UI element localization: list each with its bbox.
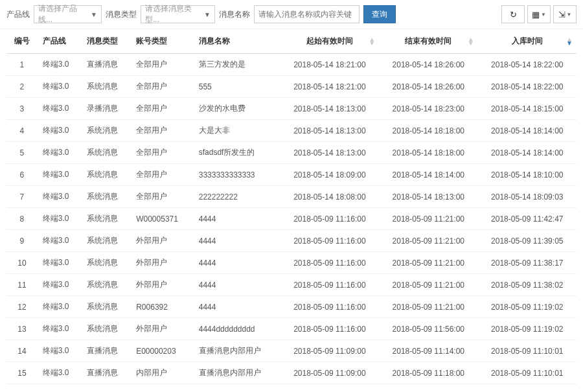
cell-product-line: 终端3.0 <box>38 120 82 142</box>
cell-message-type: 系统消息 <box>82 186 131 208</box>
table-row[interactable]: 1终端3.0直播消息全部用户第三方发的是2018-05-14 18:21:002… <box>6 54 577 76</box>
cell-message-name: 沙发的水电费 <box>194 98 280 120</box>
cell-start-time: 2018-05-14 18:13:00 <box>280 120 379 142</box>
cell-account-type: 全部用户 <box>131 76 194 98</box>
cell-index: 12 <box>6 296 38 318</box>
message-name-input[interactable] <box>254 5 360 23</box>
table-row[interactable]: 14终端3.0直播消息E00000203直播消息内部用户2018-05-09 1… <box>6 340 577 362</box>
cell-account-type: R006392 <box>131 296 194 318</box>
product-line-select[interactable]: 请选择产品线... ▼ <box>34 5 102 23</box>
cell-end-time: 2018-05-09 11:14:00 <box>379 340 477 362</box>
message-type-placeholder: 请选择消息类型... <box>145 3 201 25</box>
table-row[interactable]: 11终端3.0系统消息外部用户44442018-05-09 11:16:0020… <box>6 274 577 296</box>
col-product-line[interactable]: 产品线 <box>38 29 82 54</box>
refresh-button[interactable]: ↻ <box>501 5 525 23</box>
cell-end-time: 2018-05-09 11:56:00 <box>379 318 477 340</box>
cell-start-time: 2018-05-09 11:09:00 <box>280 340 379 362</box>
cell-end-time: 2018-05-09 11:18:00 <box>379 362 477 384</box>
cell-message-name: 4444 <box>194 208 280 230</box>
cell-end-time: 2018-05-14 18:13:00 <box>379 186 477 208</box>
cell-end-time: 2018-05-09 11:21:00 <box>379 230 477 252</box>
col-start-time-label: 起始有效时间 <box>306 36 353 45</box>
cell-index: 3 <box>6 98 38 120</box>
cell-end-time: 2018-05-14 18:18:00 <box>379 120 477 142</box>
chevron-down-icon: ▼ <box>204 11 211 18</box>
cell-message-type: 直播消息 <box>82 362 131 384</box>
table-row[interactable]: 12终端3.0系统消息R00639244442018-05-09 11:16:0… <box>6 296 577 318</box>
col-message-type[interactable]: 消息类型 <box>82 29 131 54</box>
refresh-icon: ↻ <box>510 10 517 19</box>
cell-start-time: 2018-05-14 18:09:00 <box>280 164 379 186</box>
cell-product-line: 终端3.0 <box>38 296 82 318</box>
table-row[interactable]: 6终端3.0系统消息全部用户33333333333332018-05-14 18… <box>6 164 577 186</box>
cell-message-name: 4444 <box>194 252 280 274</box>
cell-product-line: 终端3.0 <box>38 164 82 186</box>
table-header: 编号 产品线 消息类型 账号类型 消息名称 起始有效时间▲▼ 结束有效时间▲▼ … <box>6 29 577 54</box>
query-button[interactable]: 查询 <box>363 5 396 23</box>
table-row[interactable]: 8终端3.0系统消息W0000537144442018-05-09 11:16:… <box>6 208 577 230</box>
header-row: 编号 产品线 消息类型 账号类型 消息名称 起始有效时间▲▼ 结束有效时间▲▼ … <box>6 29 577 54</box>
cell-index: 15 <box>6 362 38 384</box>
chevron-down-icon: ▼ <box>567 12 572 17</box>
cell-end-time: 2018-05-09 11:21:00 <box>379 296 477 318</box>
cell-message-name: 4444ddddddddd <box>194 318 280 340</box>
col-start-time[interactable]: 起始有效时间▲▼ <box>280 29 379 54</box>
cell-store-time: 2018-05-09 11:42:47 <box>478 208 577 230</box>
col-store-time-label: 入库时间 <box>512 36 543 45</box>
table-row[interactable]: 2终端3.0系统消息全部用户5552018-05-14 18:21:002018… <box>6 76 577 98</box>
message-type-select[interactable]: 请选择消息类型... ▼ <box>141 5 215 23</box>
chevron-down-icon: ▼ <box>91 11 97 18</box>
cell-store-time: 2018-05-09 11:39:05 <box>478 230 577 252</box>
cell-end-time: 2018-05-14 18:18:00 <box>379 142 477 164</box>
cell-account-type: 全部用户 <box>131 142 194 164</box>
col-message-name[interactable]: 消息名称 <box>194 29 280 54</box>
cell-store-time: 2018-05-09 11:10:01 <box>478 340 577 362</box>
table-row[interactable]: 10终端3.0系统消息外部用户44442018-05-09 11:16:0020… <box>6 252 577 274</box>
table-row[interactable]: 9终端3.0系统消息外部用户44442018-05-09 11:16:00201… <box>6 230 577 252</box>
col-end-time[interactable]: 结束有效时间▲▼ <box>379 29 477 54</box>
table-row[interactable]: 13终端3.0系统消息外部用户4444ddddddddd2018-05-09 1… <box>6 318 577 340</box>
cell-message-type: 录播消息 <box>82 98 131 120</box>
table-row[interactable]: 7终端3.0系统消息全部用户2222222222018-05-14 18:08:… <box>6 186 577 208</box>
cell-index: 4 <box>6 120 38 142</box>
col-account-type[interactable]: 账号类型 <box>131 29 194 54</box>
data-table: 编号 产品线 消息类型 账号类型 消息名称 起始有效时间▲▼ 结束有效时间▲▼ … <box>6 29 577 384</box>
filter-toolbar: 产品线 请选择产品线... ▼ 消息类型 请选择消息类型... ▼ 消息名称 查… <box>0 0 583 29</box>
cell-product-line: 终端3.0 <box>38 362 82 384</box>
col-store-time[interactable]: 入库时间▲▼ <box>478 29 577 54</box>
table-row[interactable]: 15终端3.0直播消息内部用户直播消息内部用户2018-05-09 11:09:… <box>6 362 577 384</box>
cell-product-line: 终端3.0 <box>38 274 82 296</box>
cell-product-line: 终端3.0 <box>38 142 82 164</box>
cell-start-time: 2018-05-14 18:13:00 <box>280 98 379 120</box>
cell-message-type: 系统消息 <box>82 318 131 340</box>
cell-index: 14 <box>6 340 38 362</box>
cell-start-time: 2018-05-09 11:16:00 <box>280 252 379 274</box>
export-button[interactable]: ⇲▼ <box>553 5 577 23</box>
cell-end-time: 2018-05-09 11:21:00 <box>379 208 477 230</box>
cell-account-type: 全部用户 <box>131 120 194 142</box>
sort-icon: ▲▼ <box>369 38 375 45</box>
table-container: 编号 产品线 消息类型 账号类型 消息名称 起始有效时间▲▼ 结束有效时间▲▼ … <box>0 29 583 391</box>
col-index[interactable]: 编号 <box>6 29 38 54</box>
message-type-label: 消息类型 <box>106 9 137 20</box>
cell-index: 5 <box>6 142 38 164</box>
cell-message-type: 系统消息 <box>82 252 131 274</box>
cell-product-line: 终端3.0 <box>38 340 82 362</box>
table-row[interactable]: 4终端3.0系统消息全部用户大是大非2018-05-14 18:13:00201… <box>6 120 577 142</box>
cell-message-name: 555 <box>194 76 280 98</box>
cell-index: 13 <box>6 318 38 340</box>
cell-account-type: 外部用户 <box>131 230 194 252</box>
cell-account-type: W00005371 <box>131 208 194 230</box>
table-row[interactable]: 5终端3.0系统消息全部用户sfadsdf所发生的2018-05-14 18:1… <box>6 142 577 164</box>
table-body: 1终端3.0直播消息全部用户第三方发的是2018-05-14 18:21:002… <box>6 54 577 384</box>
cell-start-time: 2018-05-14 18:13:00 <box>280 142 379 164</box>
cell-end-time: 2018-05-09 11:21:00 <box>379 252 477 274</box>
cell-message-name: 直播消息内部用户 <box>194 362 280 384</box>
cell-message-type: 系统消息 <box>82 120 131 142</box>
columns-button[interactable]: ▦▼ <box>527 5 551 23</box>
cell-store-time: 2018-05-14 18:09:03 <box>478 186 577 208</box>
cell-index: 6 <box>6 164 38 186</box>
table-row[interactable]: 3终端3.0录播消息全部用户沙发的水电费2018-05-14 18:13:002… <box>6 98 577 120</box>
grid-icon: ▦ <box>532 10 540 19</box>
cell-start-time: 2018-05-09 11:09:00 <box>280 362 379 384</box>
